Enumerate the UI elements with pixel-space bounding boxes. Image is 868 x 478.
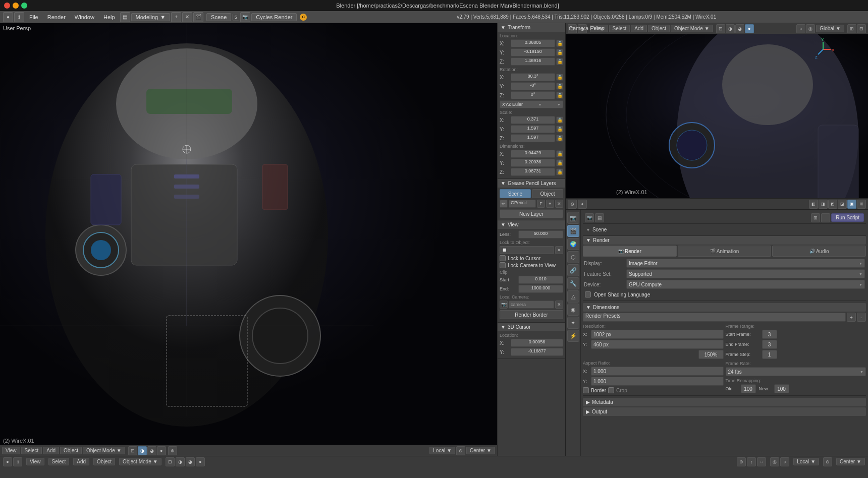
status-shade-3[interactable]: ◕ (186, 457, 195, 466)
vt-add-btn[interactable]: Add (43, 447, 59, 454)
status-shade-1[interactable]: ⊡ (166, 457, 175, 466)
aspect-x-input[interactable]: 1.000 (591, 367, 724, 376)
material-icon[interactable]: ◉ (567, 304, 579, 316)
center-dropdown[interactable]: Center ▼ (466, 447, 495, 454)
location-y-input[interactable]: -0.19150 (511, 48, 555, 56)
tv-solid-btn[interactable]: ◑ (726, 24, 735, 33)
camera-clear-btn[interactable]: ✕ (555, 301, 563, 309)
info-icon[interactable]: ℹ (14, 12, 24, 22)
tv-b3[interactable]: ◩ (828, 200, 837, 209)
camera-icon-btn[interactable]: 📷 (500, 301, 508, 309)
plus-icon[interactable]: + (171, 12, 181, 22)
vt-select-btn[interactable]: Select (21, 447, 42, 454)
props-icon-2[interactable]: ▤ (595, 213, 604, 222)
border-checkbox[interactable] (583, 387, 589, 393)
status-tf-1[interactable]: ⊕ (737, 457, 746, 466)
tv-select-btn[interactable]: Select (609, 25, 630, 32)
frame-rate-dropdown[interactable]: 24 fps ▼ (726, 367, 866, 376)
tv-mode-dropdown[interactable]: Object Mode ▼ (671, 25, 713, 32)
dim-y-lock[interactable]: 🔒 (556, 159, 563, 166)
clip-end-input[interactable]: 1000.000 (518, 285, 563, 293)
tv-split-btn[interactable]: ⊟ (857, 24, 866, 33)
cursor-x-input[interactable]: 0.00056 (511, 339, 563, 347)
tv-prop-mode-btn[interactable]: ⚙ (568, 200, 577, 209)
close-button[interactable] (4, 3, 10, 9)
solid-btn[interactable]: ◑ (138, 446, 147, 455)
scale-z-lock[interactable]: 🔒 (556, 135, 563, 142)
gp-scene-btn[interactable]: Scene (500, 189, 531, 198)
osl-checkbox[interactable] (585, 291, 591, 297)
camera-icon[interactable]: 📷 (240, 12, 250, 22)
props-icon-1[interactable]: 📷 (585, 213, 594, 222)
camera-name-input[interactable]: camera (509, 301, 554, 309)
render-border-btn[interactable]: Render Border (500, 310, 563, 319)
modifier-icon[interactable]: 🔧 (567, 277, 579, 289)
presets-remove-btn[interactable]: - (857, 313, 866, 322)
cursor-y-input[interactable]: -0.16877 (511, 348, 563, 356)
location-z-lock[interactable]: 🔒 (556, 58, 563, 65)
render-tab-animation[interactable]: 🎬 Animation (678, 246, 772, 257)
tv-b5[interactable]: ▣ (847, 200, 856, 209)
feature-set-dropdown[interactable]: Supported (626, 269, 865, 278)
clip-start-input[interactable]: 0.010 (518, 276, 563, 284)
menu-file[interactable]: File (25, 13, 42, 21)
dim-x-lock[interactable]: 🔒 (556, 150, 563, 157)
scene-selector[interactable]: Scene (206, 13, 231, 21)
gp-f-btn[interactable]: F (537, 200, 545, 208)
res-y-input[interactable]: 460 px (591, 340, 724, 349)
tv-global-dropdown[interactable]: Global ▼ (816, 25, 844, 32)
tv-wire-btn[interactable]: ⊡ (716, 24, 725, 33)
dim-z-lock[interactable]: 🔒 (556, 168, 563, 175)
device-dropdown[interactable]: GPU Compute (626, 280, 865, 289)
location-x-lock[interactable]: 🔒 (556, 40, 563, 47)
lens-input[interactable]: 50.000 (518, 230, 563, 238)
scale-x-lock[interactable]: 🔒 (556, 116, 563, 124)
scale-x-input[interactable]: 0.371 (511, 116, 555, 124)
aspect-y-input[interactable]: 1.000 (591, 377, 724, 386)
end-frame-input[interactable]: 3 (762, 340, 777, 349)
status-center-dropdown[interactable]: Center ▼ (836, 458, 865, 465)
top-viewport[interactable]: ⊡ ◑ View Select Add Object Object Mode ▼… (566, 23, 868, 210)
presets-add-btn[interactable]: + (847, 313, 856, 322)
display-dropdown[interactable]: Image Editor (626, 259, 865, 268)
location-x-input[interactable]: 0.36805 (511, 39, 555, 47)
tv-snap-btn[interactable]: ◎ (806, 24, 815, 33)
material-btn[interactable]: ◕ (147, 446, 156, 455)
crop-checkbox[interactable] (608, 387, 614, 393)
status-tf-3[interactable]: ↔ (757, 457, 766, 466)
layout-icon[interactable]: ▤ (120, 12, 130, 22)
axis-btn[interactable]: ⊕ (168, 446, 177, 455)
status-view-btn[interactable]: View (26, 458, 44, 465)
tv-b4[interactable]: ◪ (838, 200, 847, 209)
rotation-z-input[interactable]: 0° (511, 91, 555, 99)
dim-y-input[interactable]: 0.20936 (511, 159, 555, 167)
start-frame-input[interactable]: 3 (762, 330, 777, 339)
status-local-dropdown[interactable]: Local ▼ (793, 458, 819, 465)
grease-pencil-header[interactable]: ▼ Grease Pencil Layers (498, 179, 565, 188)
rotation-x-lock[interactable]: 🔒 (556, 74, 563, 81)
status-mode-dropdown[interactable]: Object Mode ▼ (119, 458, 161, 465)
status-snap-btn[interactable]: ◎ (770, 457, 779, 466)
tv-prop-btn[interactable]: ○ (796, 24, 805, 33)
render-icon[interactable]: 📷 (567, 212, 579, 224)
tv-cursor-btn[interactable]: ✦ (578, 200, 587, 209)
left-viewport[interactable]: User Persp (2) WireX.01 View Select Add … (0, 23, 497, 456)
minus-icon[interactable]: ✕ (182, 12, 192, 22)
status-prop-btn[interactable]: ○ (780, 457, 789, 466)
dim-x-input[interactable]: 0.04429 (511, 150, 555, 158)
blender-icon[interactable]: ● (3, 12, 13, 22)
lock-camera-checkbox[interactable] (500, 262, 506, 268)
new-layer-btn[interactable]: New Layer (500, 209, 563, 218)
dim-z-input[interactable]: 0.08731 (511, 168, 555, 176)
location-z-input[interactable]: 1.46916 (511, 57, 555, 66)
scene-add-btn[interactable]: 5 (232, 14, 239, 21)
render-tab-audio[interactable]: 🔊 Audio (772, 246, 866, 257)
rotation-x-input[interactable]: 80.3° (511, 73, 555, 81)
particle-icon[interactable]: ✦ (567, 317, 579, 329)
vt-view-btn[interactable]: View (2, 447, 20, 454)
status-icon-main[interactable]: ● (3, 457, 12, 466)
scale-z-input[interactable]: 1.597 (511, 134, 555, 142)
render-btn[interactable]: ● (157, 446, 166, 455)
world-icon[interactable]: 🌍 (567, 238, 579, 250)
gp-object-btn[interactable]: Object (532, 189, 563, 198)
